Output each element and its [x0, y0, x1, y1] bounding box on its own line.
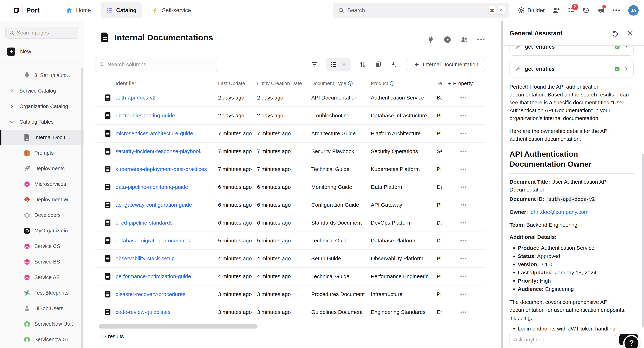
assistant-scrollbar[interactable]: [642, 154, 644, 327]
entity-link[interactable]: ci-cd-pipeline-standards: [116, 220, 173, 226]
entity-link[interactable]: db-troubleshooting-guide: [116, 113, 175, 119]
port-logo[interactable]: [10, 3, 23, 17]
row-actions-icon[interactable]: •••: [460, 166, 467, 172]
sidebar-item-developers[interactable]: Developers: [0, 207, 84, 223]
view-toggle[interactable]: [326, 57, 351, 71]
row-actions-icon[interactable]: •••: [460, 113, 467, 118]
close-icon[interactable]: [341, 62, 347, 67]
details-list: Product: Authentication ServiceStatus: A…: [510, 244, 634, 293]
tab-home[interactable]: Home: [61, 2, 96, 18]
builder-button[interactable]: Builder: [518, 6, 545, 14]
table-row: auth-api-docs-v2 2 days ago 2 days ago A…: [95, 89, 485, 107]
tool-call-chip[interactable]: get_entities: [510, 60, 634, 78]
sidebar-item-service-bs[interactable]: Service BS: [0, 254, 84, 270]
column-search[interactable]: Search columns: [95, 57, 218, 72]
global-search[interactable]: Search ⌘K: [333, 3, 509, 18]
sidebar-item-microservices[interactable]: Microservices: [0, 176, 84, 192]
sidebar-item-deployments[interactable]: Deployments: [0, 161, 84, 176]
column-header-entity-creation-date[interactable]: Entity Creation Date: [256, 78, 310, 89]
download-icon[interactable]: [390, 61, 397, 68]
announcements-icon[interactable]: [597, 6, 605, 14]
sidebar-scrollbar[interactable]: [82, 68, 83, 348]
entity-link[interactable]: performance-optimization-guide: [116, 273, 191, 279]
row-actions-icon[interactable]: •••: [460, 256, 467, 261]
row-actions-icon[interactable]: •••: [460, 220, 467, 226]
covers-text: The document covers comprehensive API do…: [510, 298, 634, 322]
sidebar-item-servicenow-gr[interactable]: Servicenow Gr…: [0, 332, 84, 347]
row-actions-icon[interactable]: •••: [460, 238, 467, 243]
sidebar-item-service-as[interactable]: Service AS: [0, 270, 84, 285]
people-icon[interactable]: [460, 36, 468, 44]
add-property-button[interactable]: + Property: [442, 78, 485, 89]
title-divider: [95, 53, 485, 53]
sidebar-item-servicenow-us[interactable]: ServiceNow Us…: [0, 316, 84, 332]
more-menu-icon[interactable]: •••: [612, 7, 621, 14]
column-header-document-type[interactable]: Document Typeⓘ: [310, 78, 370, 89]
sidebar-item-service-cs[interactable]: Service CS: [0, 238, 84, 254]
sidebar-item-catalog-tables[interactable]: Catalog Tables: [0, 114, 84, 130]
cell-team: Pla: [429, 161, 442, 178]
info-icon[interactable]: ⓘ: [390, 80, 395, 87]
copy-icon[interactable]: [374, 61, 382, 68]
invite-user-icon[interactable]: [552, 6, 560, 14]
cell-identifier: db-troubleshooting-guide: [116, 107, 216, 124]
tool-call-chip[interactable]: get_entities: [510, 46, 634, 56]
sidebar-item-hibob-users[interactable]: HiBob Users: [0, 301, 84, 316]
sidebar-item-myorganizatio[interactable]: MyOrganizatio…: [0, 223, 84, 238]
new-page-button[interactable]: + New: [7, 47, 84, 56]
owner-email-link[interactable]: john.doe@company.com: [530, 209, 588, 215]
tasks-icon[interactable]: 2: [567, 6, 575, 14]
sidebar-item-label: Servicenow Gr…: [34, 337, 74, 343]
filter-icon[interactable]: [310, 61, 318, 68]
tab-self-service[interactable]: Self-service: [146, 2, 196, 18]
add-entity-button[interactable]: Internal Documentation: [407, 57, 485, 72]
close-icon[interactable]: [626, 29, 634, 37]
column-header-identifier[interactable]: Identifier: [116, 78, 216, 89]
entity-link[interactable]: code-review-guidelines: [116, 309, 170, 315]
sidebar-search[interactable]: Search pages: [5, 27, 78, 39]
plug-icon[interactable]: [427, 36, 434, 44]
entity-link[interactable]: kubernetes-deployment-best-practices: [116, 166, 207, 172]
entity-link[interactable]: database-migration-procedures: [116, 238, 190, 244]
cell-product: Performance Engineering: [370, 268, 429, 285]
history-icon[interactable]: [582, 6, 590, 14]
entity-link[interactable]: security-incident-response-playbook: [116, 148, 202, 154]
play-icon[interactable]: [444, 36, 451, 44]
column-header-team[interactable]: Teamⓘ: [429, 78, 442, 89]
row-actions-icon[interactable]: •••: [460, 274, 467, 279]
row-actions-icon[interactable]: •••: [460, 95, 467, 101]
entity-link[interactable]: disaster-recovery-procedures: [116, 291, 185, 297]
sidebar-item-organization-catalog[interactable]: Organization Catalog: [0, 99, 84, 114]
sidebar-item-test-blueprints[interactable]: Test Blueprints: [0, 285, 84, 301]
table-horizontal-scrollbar[interactable]: [99, 324, 258, 329]
info-icon[interactable]: ⓘ: [348, 80, 353, 87]
row-actions-icon[interactable]: •••: [460, 131, 467, 136]
avatar[interactable]: JA: [628, 5, 639, 15]
entity-doc-icon: [104, 290, 112, 298]
sidebar-item-prompts[interactable]: Prompts: [0, 145, 84, 161]
entity-link[interactable]: microservices-architecture-guide: [116, 130, 193, 137]
row-actions-icon[interactable]: •••: [460, 184, 467, 190]
page-more-icon[interactable]: •••: [477, 36, 486, 43]
entity-link[interactable]: auth-api-docs-v2: [116, 95, 156, 101]
panel-resize-strip[interactable]: [501, 21, 503, 348]
entity-link[interactable]: data-pipeline-monitoring-guide: [116, 184, 188, 190]
assistant-heading: API Authentication Documentation Owner: [510, 149, 634, 169]
sidebar-item-internal-docu[interactable]: Internal Docu…: [0, 130, 84, 145]
sidebar-item-service-catalog[interactable]: Service Catalog: [0, 83, 84, 99]
sidebar-item-label: Prompts: [34, 150, 54, 156]
row-actions-icon[interactable]: •••: [460, 149, 467, 154]
column-header-product[interactable]: Productⓘ: [370, 78, 429, 89]
row-actions-icon[interactable]: •••: [460, 202, 467, 208]
assistant-input[interactable]: [509, 334, 616, 345]
row-actions-icon[interactable]: •••: [460, 309, 467, 315]
entity-link[interactable]: api-gateway-configuration-guide: [116, 202, 192, 208]
reset-icon[interactable]: [611, 29, 618, 37]
row-actions-icon[interactable]: •••: [460, 291, 467, 297]
entity-link[interactable]: observability-stack-setup: [116, 255, 174, 262]
sidebar-item-deployment-w[interactable]: Deployment W…: [0, 192, 84, 207]
sidebar-item-3-set-up-auto[interactable]: 3. Set up auto…: [0, 67, 84, 83]
tab-catalog[interactable]: Catalog: [101, 2, 142, 18]
sort-icon[interactable]: [359, 61, 366, 68]
column-header-last-update[interactable]: Last Update: [216, 78, 256, 89]
